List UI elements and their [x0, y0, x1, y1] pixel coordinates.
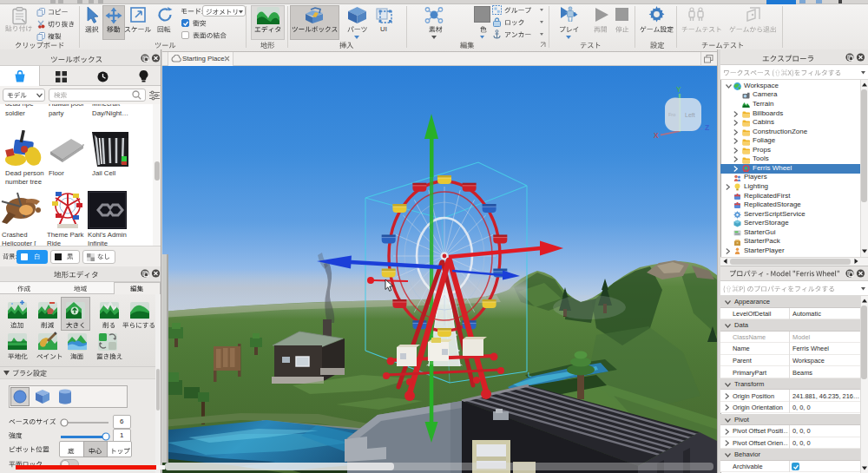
- svg-text:L: L: [528, 371, 532, 378]
- svg-text:Left: Left: [685, 112, 695, 118]
- svg-text:Y: Y: [676, 85, 681, 94]
- svg-text:Z: Z: [705, 123, 709, 132]
- svg-text:Fro: Fro: [668, 112, 675, 117]
- svg-text:X: X: [654, 131, 659, 140]
